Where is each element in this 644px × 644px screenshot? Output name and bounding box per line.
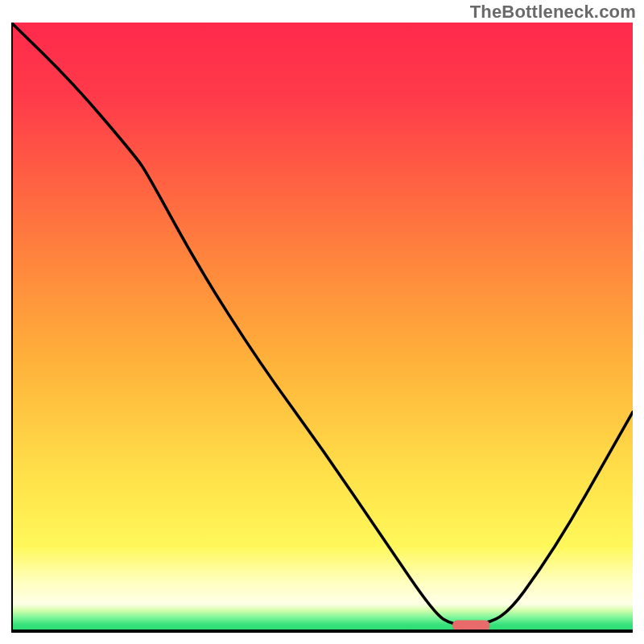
- highlight-marker: [452, 620, 489, 630]
- watermark-text: TheBottleneck.com: [470, 2, 636, 23]
- chart-svg: [11, 23, 633, 634]
- gradient-background: [11, 23, 633, 631]
- chart-container: { "watermark": "TheBottleneck.com", "col…: [0, 0, 644, 644]
- plot-area: [11, 23, 633, 634]
